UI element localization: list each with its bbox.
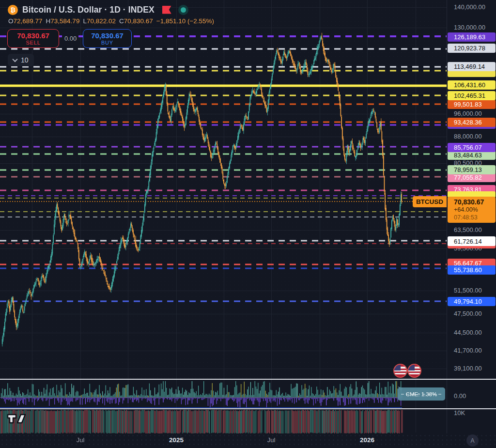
price-level-badge: 113,469.14 <box>448 62 496 71</box>
price-level-badge: 126,189.63 <box>448 32 496 42</box>
close-value: 70,830.67 <box>124 17 153 25</box>
price-level-badge: 78,959.13 <box>448 165 496 174</box>
buy-price: 70,830.67 <box>91 31 124 40</box>
price-chart-canvas[interactable] <box>0 0 447 433</box>
low-key: L <box>83 17 87 25</box>
spread-value: 0.00 <box>62 34 78 43</box>
current-price-badge: 70,830.67 +64.00% 07:48:53 <box>448 197 496 223</box>
cme-indicator-label[interactable]: CME: 1.38% <box>398 387 445 401</box>
high-value: 73,584.79 <box>50 17 79 25</box>
cme-value: CME: 1.38% <box>406 391 437 397</box>
pane-divider[interactable] <box>0 408 496 409</box>
buy-label: BUY <box>101 40 113 46</box>
tradingview-logo[interactable] <box>6 412 29 425</box>
symbol-price-pill[interactable]: BTCUSD <box>413 196 447 207</box>
timezone-button[interactable]: A <box>466 434 479 447</box>
current-change-pct: +64.00% <box>454 206 496 214</box>
time-axis-label: 2025 <box>169 436 184 444</box>
price-axis-label: 140,000.00 <box>454 3 485 11</box>
sell-button[interactable]: 70,830.67 SELL <box>7 29 59 48</box>
price-axis-label: 47,500.00 <box>454 310 482 317</box>
price-level-badge: 99,501.83 <box>448 100 496 109</box>
price-axis-label: 63,500.00 <box>454 226 482 233</box>
timeframe-value: 10 <box>21 56 29 64</box>
symbol-legend: ₿ Bitcoin / U.S. Dollar · 1D · INDEX <box>8 4 188 15</box>
timeframe-selector[interactable]: 10 <box>8 54 34 66</box>
price-axis-label: 10K <box>454 409 465 417</box>
symbol-title[interactable]: Bitcoin / U.S. Dollar · 1D · INDEX <box>22 5 155 15</box>
price-level-badge: 93,428.36 <box>448 118 496 127</box>
trading-chart-window: ₿ Bitcoin / U.S. Dollar · 1D · INDEX O72… <box>0 0 496 448</box>
price-axis-label: 130,000.00 <box>454 24 485 31</box>
close-key: C <box>119 17 124 25</box>
time-axis-label: Jul <box>267 436 276 444</box>
price-axis-label: 0.00 <box>454 392 466 400</box>
price-axis-label: 51,500.00 <box>454 287 482 294</box>
chevron-down-icon <box>12 57 17 62</box>
price-level-badge: 49,794.10 <box>448 297 496 306</box>
sell-label: SELL <box>26 40 40 46</box>
flag-icon[interactable] <box>162 6 171 14</box>
price-level-badge-partial <box>448 70 496 77</box>
us-flag-icon[interactable] <box>407 364 421 378</box>
price-level-badge: 102,465.31 <box>448 91 496 100</box>
us-flag-icon[interactable] <box>393 364 407 378</box>
price-axis-label: 88,000.00 <box>454 133 482 140</box>
price-axis-label: 39,100.00 <box>454 365 482 372</box>
price-level-badge: 120,923.78 <box>448 44 496 53</box>
open-key: O <box>8 17 14 25</box>
price-axis-label: 41,700.00 <box>454 347 482 354</box>
time-axis[interactable]: A Jul2025Jul2026 <box>0 433 496 448</box>
price-level-badge: 61,726.14 <box>448 236 496 246</box>
bitcoin-icon: ₿ <box>8 5 18 15</box>
change-value: −1,851.10 (−2.55%) <box>156 17 214 25</box>
open-value: 72,689.77 <box>14 17 43 25</box>
price-level-badge: 55,738.60 <box>448 265 496 275</box>
price-axis-label: 96,000.00 <box>454 110 482 117</box>
bar-countdown: 07:48:53 <box>454 214 496 221</box>
time-axis-label: Jul <box>77 436 85 444</box>
price-level-badge: 85,756.07 <box>448 143 496 152</box>
low-value: 70,822.02 <box>87 17 116 25</box>
high-key: H <box>46 17 51 25</box>
price-axis[interactable]: 70,830.67 +64.00% 07:48:53 140,000.00130… <box>447 0 496 433</box>
price-axis-label: 44,500.00 <box>454 329 482 336</box>
ohlc-readout: O72,689.77H73,584.79L70,822.02C70,830.67… <box>8 17 214 25</box>
time-axis-label: 2026 <box>360 436 374 444</box>
status-dot-icon[interactable] <box>178 5 188 15</box>
price-level-badge: 106,431.60 <box>448 80 496 90</box>
sell-price: 70,830.67 <box>17 31 49 40</box>
buy-button[interactable]: 70,830.67 BUY <box>83 29 132 48</box>
pane-divider[interactable] <box>0 379 496 380</box>
current-price: 70,830.67 <box>454 198 496 206</box>
